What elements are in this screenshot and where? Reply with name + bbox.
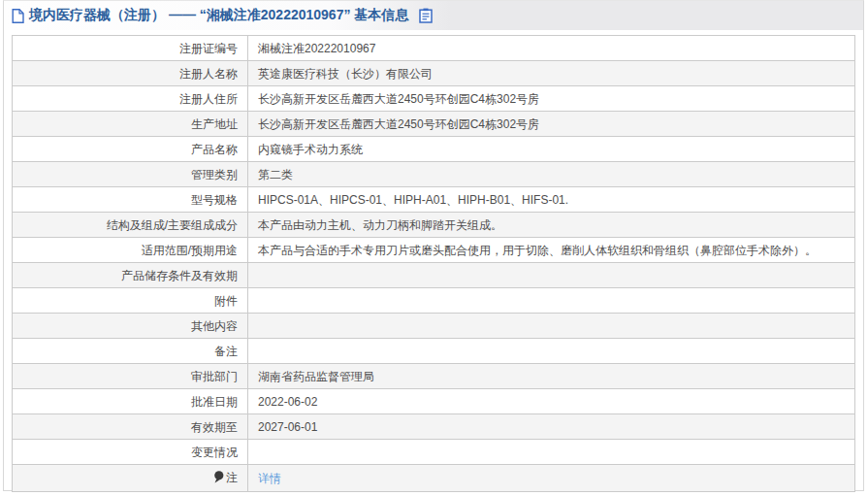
table-row: 附件: [13, 288, 855, 314]
row-label-text: 变更情况: [191, 446, 238, 459]
row-value-text: 2022-06-02: [258, 395, 317, 409]
row-value-text: 长沙高新开发区岳麓西大道2450号环创园C4栋302号房: [258, 92, 539, 106]
row-label: 型号规格: [13, 187, 248, 213]
row-value-text: 本产品与合适的手术专用刀片或磨头配合使用，用于切除、磨削人体软组织和骨组织（鼻腔…: [258, 244, 817, 257]
row-label-text: 批准日期: [191, 395, 238, 409]
table-row: 备注: [13, 339, 855, 364]
row-label: 结构及组成/主要组成成分: [13, 213, 248, 238]
row-label: 审批部门: [13, 364, 248, 389]
row-value: 本产品与合适的手术专用刀片或磨头配合使用，用于切除、磨削人体软组织和骨组织（鼻腔…: [248, 238, 855, 263]
row-label-text: 其他内容: [191, 319, 238, 333]
row-value: 本产品由动力主机、动力刀柄和脚踏开关组成。: [248, 213, 855, 238]
row-value: 详情: [248, 465, 855, 492]
row-label-text: 有效期至: [191, 420, 238, 434]
row-value: HIPCS-01A、HIPCS-01、HIPH-A01、HIPH-B01、HIF…: [248, 187, 855, 213]
row-value-text: 内窥镜手术动力系统: [258, 143, 363, 156]
row-value: [248, 314, 855, 339]
table-row: 注册人住所 长沙高新开发区岳麓西大道2450号环创园C4栋302号房: [13, 86, 855, 112]
page-heading: 境内医疗器械（注册） —— “湘械注准20222010967” 基本信息: [12, 7, 433, 24]
row-label: 有效期至: [13, 414, 248, 440]
table-row: 结构及组成/主要组成成分 本产品由动力主机、动力刀柄和脚踏开关组成。: [13, 213, 855, 238]
table-row: 生产地址 长沙高新开发区岳麓西大道2450号环创园C4栋302号房: [13, 112, 855, 137]
row-label: 产品储存条件及有效期: [13, 263, 248, 288]
row-label-text: 注: [226, 471, 238, 484]
table-row: 变更情况: [13, 440, 855, 465]
row-value: 2027-06-01: [248, 414, 855, 440]
row-label: 附件: [13, 288, 248, 314]
row-label: 产品名称: [13, 137, 248, 162]
table-row: 注册证编号 湘械注准20222010967: [13, 36, 855, 61]
row-label-text: 注册人名称: [179, 67, 238, 81]
row-value: 湘械注准20222010967: [248, 36, 855, 61]
row-label: 备注: [13, 339, 248, 364]
row-value: [248, 440, 855, 465]
row-label-text: 附件: [214, 294, 238, 308]
row-value: 长沙高新开发区岳麓西大道2450号环创园C4栋302号房: [248, 112, 855, 137]
page-frame: 境内医疗器械（注册） —— “湘械注准20222010967” 基本信息 注册证…: [3, 0, 864, 491]
row-value: 内窥镜手术动力系统: [248, 137, 855, 162]
row-label-text: 备注: [214, 345, 238, 358]
table-row: 批准日期 2022-06-02: [13, 389, 855, 414]
row-value-text: 第二类: [258, 168, 293, 182]
row-value: [248, 263, 855, 288]
row-label: 其他内容: [13, 314, 248, 339]
table-row: 注 详情: [13, 465, 855, 492]
row-label: 生产地址: [13, 112, 248, 137]
table-row: 审批部门 湖南省药品监督管理局: [13, 364, 855, 389]
row-value-text: 英途康医疗科技（长沙）有限公司: [258, 67, 433, 81]
row-value: [248, 339, 855, 364]
row-label: 注册证编号: [13, 36, 248, 61]
row-label-text: 产品名称: [191, 143, 238, 156]
row-label-text: 注册证编号: [179, 42, 238, 55]
row-value: 长沙高新开发区岳麓西大道2450号环创园C4栋302号房: [248, 86, 855, 112]
details-link[interactable]: 详情: [258, 472, 281, 485]
row-value-text: HIPCS-01A、HIPCS-01、HIPH-A01、HIPH-B01、HIF…: [258, 193, 568, 207]
row-label-text: 生产地址: [191, 117, 238, 131]
table-row: 有效期至 2027-06-01: [13, 414, 855, 440]
row-value: 湖南省药品监督管理局: [248, 364, 855, 389]
row-value-text: 本产品由动力主机、动力刀柄和脚踏开关组成。: [258, 218, 502, 232]
document-icon: [12, 9, 24, 23]
row-value: 2022-06-02: [248, 389, 855, 414]
row-label-text: 审批部门: [191, 370, 238, 383]
row-label-text: 结构及组成/主要组成成分: [107, 218, 238, 232]
clipboard-icon: [419, 8, 433, 23]
table-row: 管理类别 第二类: [13, 162, 855, 187]
table-row: 产品名称 内窥镜手术动力系统: [13, 137, 855, 162]
table-container: 注册证编号 湘械注准20222010967 注册人名称 英途康医疗科技（长沙）有…: [4, 30, 863, 492]
table-row: 注册人名称 英途康医疗科技（长沙）有限公司: [13, 61, 855, 86]
row-label: 注: [13, 465, 248, 492]
row-value-text: 湖南省药品监督管理局: [258, 370, 374, 383]
row-label: 变更情况: [13, 440, 248, 465]
row-label-text: 产品储存条件及有效期: [121, 269, 238, 282]
table-row: 产品储存条件及有效期: [13, 263, 855, 288]
note-bulb-icon: [213, 471, 224, 487]
row-label-text: 适用范围/预期用途: [142, 244, 238, 257]
row-value-text: 2027-06-01: [258, 420, 317, 434]
title-band: 境内医疗器械（注册） —— “湘械注准20222010967” 基本信息: [4, 1, 863, 30]
row-label: 批准日期: [13, 389, 248, 414]
page-title: 境内医疗器械（注册） —— “湘械注准20222010967” 基本信息: [29, 7, 408, 24]
row-value: [248, 288, 855, 314]
row-label-text: 型号规格: [191, 193, 238, 207]
info-table-body: 注册证编号 湘械注准20222010967 注册人名称 英途康医疗科技（长沙）有…: [13, 36, 855, 492]
row-value: 英途康医疗科技（长沙）有限公司: [248, 61, 855, 86]
table-row: 型号规格 HIPCS-01A、HIPCS-01、HIPH-A01、HIPH-B0…: [13, 187, 855, 213]
row-label: 注册人名称: [13, 61, 248, 86]
row-value: 第二类: [248, 162, 855, 187]
registration-info-table: 注册证编号 湘械注准20222010967 注册人名称 英途康医疗科技（长沙）有…: [12, 35, 855, 492]
table-row: 其他内容: [13, 314, 855, 339]
row-label: 管理类别: [13, 162, 248, 187]
row-label: 适用范围/预期用途: [13, 238, 248, 263]
table-row: 适用范围/预期用途 本产品与合适的手术专用刀片或磨头配合使用，用于切除、磨削人体…: [13, 238, 855, 263]
row-value-text: 湘械注准20222010967: [258, 42, 375, 55]
row-label-text: 注册人住所: [179, 92, 238, 106]
row-label-text: 管理类别: [191, 168, 238, 182]
row-value-text: 长沙高新开发区岳麓西大道2450号环创园C4栋302号房: [258, 117, 539, 131]
row-label: 注册人住所: [13, 86, 248, 112]
